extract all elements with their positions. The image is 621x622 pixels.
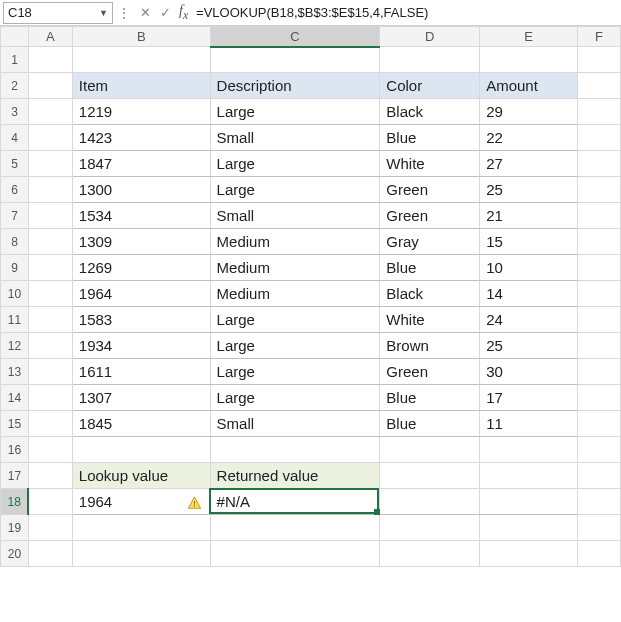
row-head-19[interactable]: 19: [1, 515, 29, 541]
cell-C1[interactable]: [210, 47, 380, 73]
spreadsheet-grid[interactable]: A B C D E F 12ItemDescriptionColorAmount…: [0, 26, 621, 567]
cell-amount-4[interactable]: 22: [480, 125, 578, 151]
cell-F14[interactable]: [578, 385, 621, 411]
cell-amount-10[interactable]: 14: [480, 281, 578, 307]
cell-A17[interactable]: [28, 463, 72, 489]
cell-A1[interactable]: [28, 47, 72, 73]
row-head-16[interactable]: 16: [1, 437, 29, 463]
cell-F11[interactable]: [578, 307, 621, 333]
col-head-B[interactable]: B: [72, 27, 210, 47]
cell-F12[interactable]: [578, 333, 621, 359]
cell-desc-14[interactable]: Large: [210, 385, 380, 411]
cell-F1[interactable]: [578, 47, 621, 73]
cancel-icon[interactable]: ✕: [135, 5, 155, 20]
cell-A16[interactable]: [28, 437, 72, 463]
cell-F9[interactable]: [578, 255, 621, 281]
cell-D19[interactable]: [380, 515, 480, 541]
col-head-A[interactable]: A: [28, 27, 72, 47]
row-head-12[interactable]: 12: [1, 333, 29, 359]
cell-desc-15[interactable]: Small: [210, 411, 380, 437]
chevron-down-icon[interactable]: ▼: [99, 8, 108, 18]
header-amount[interactable]: Amount: [480, 73, 578, 99]
row-head-2[interactable]: 2: [1, 73, 29, 99]
formula-input[interactable]: =VLOOKUP(B18,$B$3:$E$15,4,FALSE): [192, 2, 621, 24]
cell-C16[interactable]: [210, 437, 380, 463]
cell-F13[interactable]: [578, 359, 621, 385]
warning-icon[interactable]: !: [187, 496, 202, 510]
cell-item-3[interactable]: 1219: [72, 99, 210, 125]
row-head-8[interactable]: 8: [1, 229, 29, 255]
cell-color-7[interactable]: Green: [380, 203, 480, 229]
cell-returned-value[interactable]: #N/A: [210, 489, 380, 515]
cell-color-3[interactable]: Black: [380, 99, 480, 125]
cell-A13[interactable]: [28, 359, 72, 385]
cell-item-9[interactable]: 1269: [72, 255, 210, 281]
cell-A7[interactable]: [28, 203, 72, 229]
cell-E19[interactable]: [480, 515, 578, 541]
cell-item-12[interactable]: 1934: [72, 333, 210, 359]
row-head-14[interactable]: 14: [1, 385, 29, 411]
cell-desc-4[interactable]: Small: [210, 125, 380, 151]
cell-desc-12[interactable]: Large: [210, 333, 380, 359]
cell-F19[interactable]: [578, 515, 621, 541]
cell-B16[interactable]: [72, 437, 210, 463]
cell-item-8[interactable]: 1309: [72, 229, 210, 255]
cell-color-9[interactable]: Blue: [380, 255, 480, 281]
cell-item-4[interactable]: 1423: [72, 125, 210, 151]
cell-color-6[interactable]: Green: [380, 177, 480, 203]
cell-C20[interactable]: [210, 541, 380, 567]
cell-desc-6[interactable]: Large: [210, 177, 380, 203]
cell-F17[interactable]: [578, 463, 621, 489]
cell-item-6[interactable]: 1300: [72, 177, 210, 203]
cell-desc-9[interactable]: Medium: [210, 255, 380, 281]
name-box[interactable]: C18 ▼: [3, 2, 113, 24]
row-head-3[interactable]: 3: [1, 99, 29, 125]
cell-color-12[interactable]: Brown: [380, 333, 480, 359]
cell-F18[interactable]: [578, 489, 621, 515]
cell-color-8[interactable]: Gray: [380, 229, 480, 255]
cell-desc-8[interactable]: Medium: [210, 229, 380, 255]
fx-icon[interactable]: fx: [175, 3, 192, 22]
cell-item-10[interactable]: 1964: [72, 281, 210, 307]
cell-A6[interactable]: [28, 177, 72, 203]
row-head-18[interactable]: 18: [1, 489, 29, 515]
cell-item-13[interactable]: 1611: [72, 359, 210, 385]
cell-D16[interactable]: [380, 437, 480, 463]
cell-F4[interactable]: [578, 125, 621, 151]
cell-A10[interactable]: [28, 281, 72, 307]
header-returned-value[interactable]: Returned value: [210, 463, 380, 489]
cell-E17[interactable]: [480, 463, 578, 489]
cell-F7[interactable]: [578, 203, 621, 229]
cell-A4[interactable]: [28, 125, 72, 151]
cell-desc-13[interactable]: Large: [210, 359, 380, 385]
cell-A8[interactable]: [28, 229, 72, 255]
cell-A18[interactable]: [28, 489, 72, 515]
header-lookup-value[interactable]: Lookup value: [72, 463, 210, 489]
col-head-E[interactable]: E: [480, 27, 578, 47]
cell-A11[interactable]: [28, 307, 72, 333]
cell-color-5[interactable]: White: [380, 151, 480, 177]
cell-desc-10[interactable]: Medium: [210, 281, 380, 307]
select-all[interactable]: [1, 27, 29, 47]
cell-A14[interactable]: [28, 385, 72, 411]
cell-F15[interactable]: [578, 411, 621, 437]
row-head-10[interactable]: 10: [1, 281, 29, 307]
cell-item-7[interactable]: 1534: [72, 203, 210, 229]
cell-B19[interactable]: [72, 515, 210, 541]
cell-color-10[interactable]: Black: [380, 281, 480, 307]
cell-A12[interactable]: [28, 333, 72, 359]
cell-D18[interactable]: [380, 489, 480, 515]
cell-item-14[interactable]: 1307: [72, 385, 210, 411]
cell-A2[interactable]: [28, 73, 72, 99]
cell-A19[interactable]: [28, 515, 72, 541]
cell-A5[interactable]: [28, 151, 72, 177]
cell-item-11[interactable]: 1583: [72, 307, 210, 333]
cell-amount-12[interactable]: 25: [480, 333, 578, 359]
cell-desc-5[interactable]: Large: [210, 151, 380, 177]
cell-color-13[interactable]: Green: [380, 359, 480, 385]
row-head-17[interactable]: 17: [1, 463, 29, 489]
cell-F10[interactable]: [578, 281, 621, 307]
cell-amount-14[interactable]: 17: [480, 385, 578, 411]
cell-B1[interactable]: [72, 47, 210, 73]
row-head-1[interactable]: 1: [1, 47, 29, 73]
